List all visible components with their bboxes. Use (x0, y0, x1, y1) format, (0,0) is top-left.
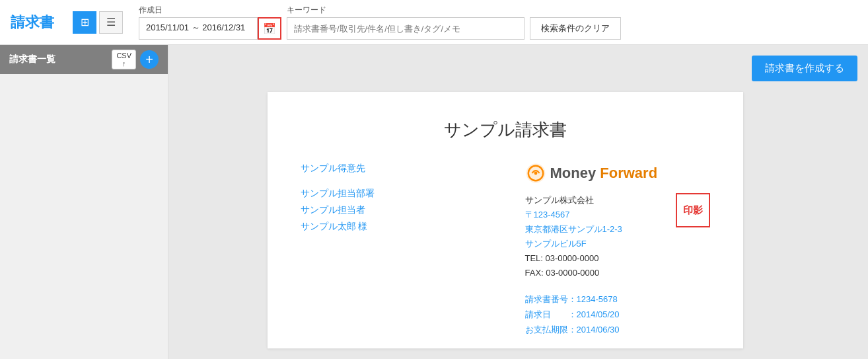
mf-logo-icon (525, 163, 546, 184)
invoice-left: サンプル得意先 サンプル担当部署 サンプル担当者 サンプル太郎 様 (301, 163, 525, 338)
calendar-icon: 📅 (263, 22, 276, 35)
clear-button[interactable]: 検索条件のクリア (530, 17, 621, 40)
logo-money: Money (550, 165, 600, 181)
sidebar-title: 請求書一覧 (9, 54, 55, 65)
svg-point-2 (534, 172, 537, 175)
honorific: サンプル太郎 様 (301, 221, 368, 231)
invoice-meta: 請求書番号：1234-5678 請求日 ：2014/05/20 お支払期限：20… (525, 292, 710, 338)
invoice-no-value: 1234-5678 (577, 294, 618, 304)
csv-label-bottom: ↑ (122, 60, 126, 67)
address1[interactable]: 東京都港区サンプル1-2-3 (525, 224, 622, 234)
app-title: 請求書 (11, 13, 54, 32)
date-input-wrap: 2015/11/01 ～ 2016/12/31 📅 (139, 17, 281, 40)
dept: サンプル担当部署 (301, 188, 375, 198)
main-layout: 請求書一覧 CSV ↑ + 請求書を作成する サンプル請求書 サンプル得意先 サ… (0, 45, 868, 359)
csv-export-button[interactable]: CSV ↑ (112, 50, 136, 69)
csv-label-top: CSV (116, 52, 131, 60)
postal[interactable]: 〒123-4567 (525, 210, 570, 219)
person: サンプル担当者 (301, 204, 365, 215)
sidebar-header-actions: CSV ↑ + (112, 50, 159, 69)
tel: TEL: 03-0000-0000 (525, 253, 599, 263)
add-invoice-button[interactable]: + (140, 50, 159, 69)
invoice-title: サンプル請求書 (301, 118, 710, 141)
client-link[interactable]: サンプル得意先 (301, 163, 525, 175)
content-area: 請求書を作成する サンプル請求書 サンプル得意先 サンプル担当部署 サンプル担当… (168, 45, 868, 359)
list-icon: ☰ (106, 16, 116, 28)
view-toggle: ⊞ ☰ (73, 11, 123, 34)
grid-icon: ⊞ (81, 16, 89, 28)
date-filter-field: 作成日 2015/11/01 ～ 2016/12/31 📅 (139, 5, 281, 40)
hanko-stamp: 印影 (676, 193, 710, 227)
keyword-input[interactable] (287, 17, 524, 40)
company-info: 印影 サンプル株式会社 〒123-4567 東京都港区サンプル1-2-3 サンプ… (525, 193, 710, 281)
due-date-label: お支払期限： (525, 325, 577, 335)
logo-forward: Forward (600, 165, 657, 181)
top-bar: 請求書 ⊞ ☰ 作成日 2015/11/01 ～ 2016/12/31 📅 キー… (0, 0, 868, 45)
logo-text: Money Forward (550, 165, 658, 182)
date-range-display[interactable]: 2015/11/01 ～ 2016/12/31 (139, 17, 258, 40)
invoice-body: サンプル得意先 サンプル担当部署 サンプル担当者 サンプル太郎 様 (301, 163, 710, 338)
invoice-preview: サンプル請求書 サンプル得意先 サンプル担当部署 サンプル担当者 サンプル太郎 … (268, 92, 743, 348)
keyword-filter-field: キーワード (287, 5, 524, 40)
date-filter-label: 作成日 (139, 5, 281, 16)
keyword-filter-label: キーワード (287, 5, 524, 16)
invoice-no-label: 請求書番号： (525, 294, 577, 304)
sidebar-header: 請求書一覧 CSV ↑ + (0, 45, 168, 74)
client-details: サンプル担当部署 サンプル担当者 サンプル太郎 様 (301, 185, 525, 235)
due-date-value: 2014/06/30 (577, 325, 620, 335)
list-view-button[interactable]: ☰ (99, 11, 123, 34)
grid-view-button[interactable]: ⊞ (73, 11, 96, 34)
invoice-date-value: 2014/05/20 (577, 309, 620, 319)
filter-group: 作成日 2015/11/01 ～ 2016/12/31 📅 キーワード 検索条件… (139, 5, 621, 40)
company-name: サンプル株式会社 (525, 195, 594, 205)
create-invoice-button[interactable]: 請求書を作成する (752, 56, 857, 81)
calendar-button[interactable]: 📅 (258, 17, 281, 40)
invoice-date-label: 請求日 ： (525, 309, 577, 319)
fax: FAX: 03-0000-0000 (525, 268, 600, 278)
company-logo: Money Forward (525, 163, 710, 184)
invoice-right: Money Forward 印影 サンプル株式会社 〒123-4567 東京都港… (525, 163, 710, 338)
address2[interactable]: サンプルビル5F (525, 239, 587, 249)
sidebar: 請求書一覧 CSV ↑ + (0, 45, 168, 359)
